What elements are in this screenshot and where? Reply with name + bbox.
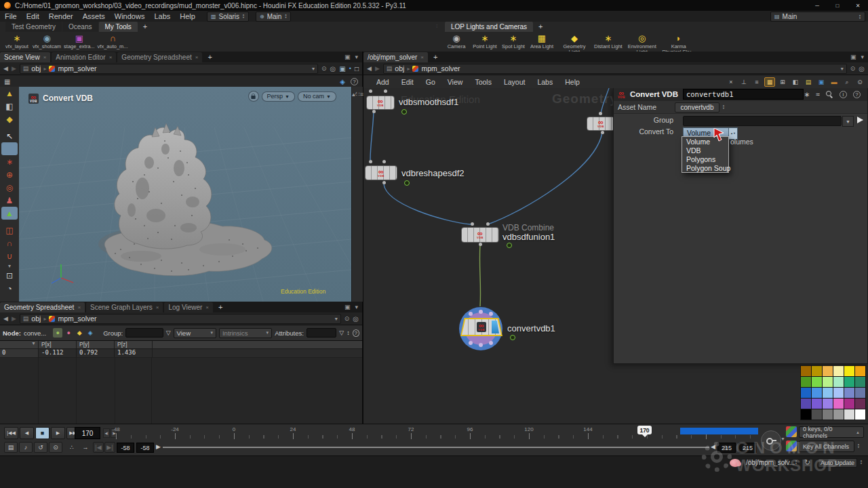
view-tool-icon[interactable]: ▲ bbox=[1, 87, 18, 100]
dropdown-option[interactable]: VDB bbox=[682, 146, 728, 155]
pose-tool-icon[interactable]: ♟ bbox=[1, 194, 18, 207]
Scene Graph Layers[interactable]: Scene Graph Layers× bbox=[86, 302, 163, 312]
palette-swatch[interactable] bbox=[812, 399, 822, 409]
breadcrumb-node[interactable]: mpm_solver bbox=[421, 64, 460, 73]
cell-value[interactable]: 1.436 bbox=[115, 349, 153, 357]
keys-summary-field[interactable]: 0 keys, 0/0 channels▲ bbox=[799, 426, 864, 438]
maximize-button[interactable]: □ bbox=[827, 3, 848, 9]
desktop-select-right[interactable]: ▤ Main bbox=[770, 12, 865, 22]
output-connector[interactable] bbox=[601, 131, 604, 134]
palette-swatch[interactable] bbox=[801, 377, 811, 387]
input-connector[interactable] bbox=[486, 222, 490, 226]
breadcrumb-node[interactable]: mpm_solver bbox=[58, 64, 96, 73]
refresh-icon[interactable]: ↻ bbox=[804, 458, 810, 467]
forward-icon[interactable]: ▶ bbox=[375, 65, 380, 72]
playback-range-start-field[interactable]: -58 bbox=[136, 443, 154, 453]
pane-maximize-icon[interactable]: ▣ bbox=[344, 54, 351, 60]
Animation Editor[interactable]: Animation Editor× bbox=[52, 52, 116, 62]
close-tab-icon[interactable]: × bbox=[43, 52, 47, 62]
palette-swatch[interactable] bbox=[812, 377, 822, 387]
view-select[interactable]: View▾ bbox=[174, 328, 216, 338]
go-to-start-button[interactable]: |◀◀ bbox=[4, 427, 18, 439]
add-pane-tab-button[interactable]: + bbox=[214, 303, 227, 311]
breadcrumb-root[interactable]: obj bbox=[395, 64, 404, 73]
Geometry Spreadsheet[interactable]: Geometry Spreadsheet× bbox=[0, 302, 85, 312]
help-icon[interactable]: ? bbox=[351, 78, 358, 85]
menu-item[interactable]: Labs bbox=[149, 12, 175, 20]
group-input[interactable] bbox=[683, 116, 842, 126]
node-body-selected[interactable]: ∞VDB bbox=[460, 318, 502, 336]
display-flag-badge[interactable] bbox=[401, 109, 407, 115]
palette-swatch[interactable] bbox=[855, 388, 865, 398]
handles-tool-icon[interactable]: ∗ bbox=[1, 155, 18, 168]
grid-snap-icon[interactable]: ▦ bbox=[764, 77, 775, 87]
cell-value[interactable]: 0.792 bbox=[77, 349, 115, 357]
construction-plane-icon[interactable]: ⊡ bbox=[1, 269, 18, 282]
shelf-tool-vfx-shotcam[interactable]: ◉ vfx_shotcam bbox=[31, 33, 62, 49]
group-input[interactable] bbox=[125, 328, 163, 338]
breadcrumb-root[interactable]: obj bbox=[31, 64, 41, 73]
snap-point-icon[interactable]: ∩ bbox=[1, 237, 18, 249]
palette-swatch[interactable] bbox=[823, 399, 833, 409]
palette-swatch[interactable] bbox=[844, 388, 854, 398]
radial-menu-icon[interactable]: ◎ bbox=[330, 65, 336, 73]
palette-swatch[interactable] bbox=[801, 388, 811, 398]
info-icon[interactable]: i bbox=[840, 91, 847, 98]
shelf-tool-vfx-layout[interactable]: ∗ vfx_layout bbox=[3, 33, 31, 49]
stow-grid-icon[interactable]: ▦ bbox=[4, 78, 10, 85]
output-connector[interactable] bbox=[382, 181, 386, 184]
pin-icon[interactable]: ⊙ bbox=[850, 65, 856, 72]
palette-swatch[interactable] bbox=[801, 399, 811, 409]
palette-swatch[interactable] bbox=[844, 366, 854, 376]
select-sets-icon[interactable]: ◧ bbox=[1, 100, 18, 113]
range-slider-left-handle[interactable]: ▶ bbox=[156, 443, 161, 450]
menu-item[interactable]: Help bbox=[175, 12, 200, 20]
pane-square-icon[interactable]: □ bbox=[355, 65, 359, 73]
audio-icon[interactable]: ♪ bbox=[19, 442, 33, 453]
Scene View[interactable]: Scene View× bbox=[0, 52, 50, 62]
tree-view-icon[interactable]: ⊥ bbox=[738, 77, 749, 87]
pin-icon[interactable]: ⊙ bbox=[344, 315, 350, 322]
sort-icon[interactable]: ↕ bbox=[347, 329, 350, 336]
column-chooser[interactable]: ▼ bbox=[0, 341, 39, 348]
lock-selection-icon[interactable] bbox=[1, 142, 18, 155]
add-shelf-tab-button[interactable]: + bbox=[534, 22, 547, 32]
global-range-end-field[interactable]: 215 bbox=[738, 443, 757, 453]
palette-swatch[interactable] bbox=[855, 399, 865, 409]
output-connector[interactable] bbox=[479, 243, 482, 246]
solaris-desktop-select[interactable]: ▥ Solaris bbox=[207, 12, 249, 22]
close-tab-icon[interactable]: × bbox=[420, 52, 424, 62]
tools-wrench-icon[interactable]: × bbox=[726, 77, 736, 87]
scene-viewport[interactable]: ▲ ◧ ◆ ↖ ∗ ⊕ ◎ ♟ bbox=[0, 87, 362, 302]
radial-menu-icon[interactable]: ◎ bbox=[859, 65, 865, 73]
node-value[interactable]: conve... bbox=[24, 329, 46, 337]
shelf-divider-grip[interactable]: ⋮⋮⋮⋮⋮⋮⋮⋮ bbox=[435, 24, 439, 49]
help-icon[interactable]: ? bbox=[853, 91, 861, 98]
close-tab-icon[interactable]: × bbox=[195, 52, 199, 62]
network-menu-item[interactable]: Layout bbox=[498, 78, 532, 86]
snap-grid-icon[interactable]: ◫ bbox=[1, 224, 18, 237]
spinner-icon[interactable] bbox=[860, 460, 863, 465]
column-header[interactable]: P[y] bbox=[77, 341, 115, 348]
radial-menu-icon[interactable]: ◎ bbox=[353, 315, 359, 323]
loop-mode-icon[interactable]: ↺ bbox=[34, 442, 47, 453]
My Tools[interactable]: My Tools bbox=[99, 22, 138, 32]
node-body[interactable]: ∞VDB bbox=[365, 165, 397, 180]
breadcrumb-node[interactable]: mpm_solver bbox=[58, 314, 96, 323]
viewport-canvas[interactable]: ∞VDB Convert VDB Persp▼ No cam▼ Educatio… bbox=[19, 87, 351, 302]
layout-split-icon[interactable]: ◈ bbox=[340, 78, 345, 85]
palette-swatch[interactable] bbox=[823, 409, 833, 420]
range-slider-track[interactable] bbox=[163, 447, 709, 448]
back-icon[interactable]: ◀ bbox=[3, 65, 8, 72]
palette-swatch[interactable] bbox=[844, 399, 854, 409]
dots-grid-icon[interactable]: ⊞ bbox=[777, 77, 788, 87]
network-menu-item[interactable]: Help bbox=[559, 78, 586, 86]
rotate-tool-icon[interactable]: ◎ bbox=[1, 181, 18, 194]
input-connector[interactable] bbox=[384, 89, 387, 93]
network-menu-item[interactable]: Tools bbox=[469, 78, 498, 86]
global-range-start-field[interactable]: -58 bbox=[117, 443, 134, 453]
chevron-down-icon[interactable]: ▾ bbox=[335, 316, 338, 322]
close-tab-icon[interactable]: × bbox=[205, 302, 209, 312]
filter-icon[interactable]: ▽ bbox=[339, 329, 344, 336]
shelf-tool-vfx-auto[interactable]: ∩ vfx_auto_m... bbox=[96, 33, 130, 49]
